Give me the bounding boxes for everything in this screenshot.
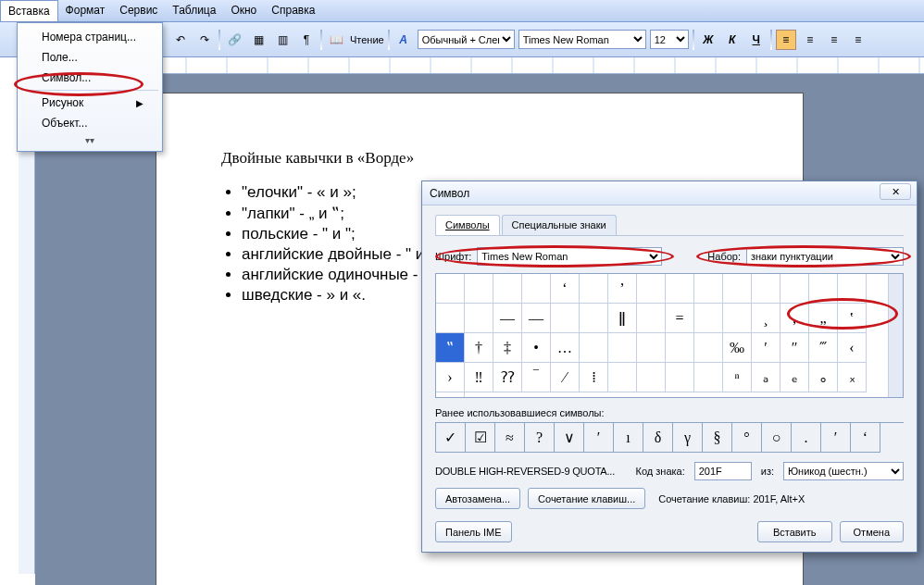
symbol-cell[interactable]: …: [551, 333, 580, 363]
recent-cell[interactable]: ‘: [851, 423, 880, 453]
symbol-cell[interactable]: [551, 304, 580, 333]
dd-field[interactable]: Поле...: [18, 47, 162, 68]
recent-cell[interactable]: §: [703, 423, 732, 453]
symbol-cell[interactable]: [809, 274, 838, 304]
italic-button[interactable]: К: [722, 30, 743, 50]
ime-button[interactable]: Панель IME: [435, 521, 512, 542]
close-button[interactable]: ✕: [880, 183, 911, 200]
tab-special[interactable]: Специальные знаки: [502, 215, 617, 235]
symbol-cell[interactable]: ₓ: [838, 363, 867, 392]
symbol-cell[interactable]: [694, 304, 723, 333]
recent-cell[interactable]: .: [792, 423, 821, 453]
reading-icon[interactable]: 📖: [326, 30, 346, 50]
symbol-cell[interactable]: [436, 304, 465, 333]
symbol-cell[interactable]: „: [809, 304, 838, 333]
align-left-icon[interactable]: ≡: [776, 30, 796, 50]
recent-cell[interactable]: °: [732, 423, 762, 453]
recent-cell[interactable]: ✓: [436, 423, 466, 453]
symbol-cell[interactable]: †: [465, 333, 493, 363]
symbol-cell[interactable]: ⁄: [551, 363, 580, 392]
recent-cell[interactable]: δ: [643, 423, 673, 453]
recent-cell[interactable]: ○: [762, 423, 792, 453]
symbol-cell[interactable]: ″: [780, 333, 809, 363]
symbol-cell[interactable]: ⁞: [580, 363, 608, 392]
symbol-cell[interactable]: [465, 274, 493, 304]
from-select[interactable]: Юникод (шестн.): [783, 462, 904, 480]
menu-service[interactable]: Сервис: [112, 0, 165, 21]
symbol-cell[interactable]: [838, 274, 867, 304]
code-input[interactable]: [694, 462, 752, 480]
symbol-cell[interactable]: [637, 333, 666, 363]
dd-page-numbers[interactable]: Номера страниц...: [18, 27, 162, 47]
align-center-icon[interactable]: ≡: [800, 30, 820, 50]
symbol-cell[interactable]: ’: [608, 274, 637, 304]
link-icon[interactable]: 🔗: [224, 30, 244, 50]
symbol-cell[interactable]: [723, 274, 752, 304]
menu-insert[interactable]: Вставка: [0, 0, 58, 21]
symbol-cell[interactable]: [465, 304, 493, 333]
symbol-cell[interactable]: ₒ: [809, 363, 838, 392]
symbol-cell[interactable]: [637, 363, 666, 392]
dd-expand[interactable]: ▾▾: [18, 133, 162, 147]
symbol-cell[interactable]: [436, 392, 465, 398]
symbol-cell[interactable]: ‰: [723, 333, 752, 363]
symbol-cell[interactable]: ‡: [493, 333, 522, 363]
symbol-cell[interactable]: ‹: [838, 333, 867, 363]
align-justify-icon[interactable]: ≡: [848, 30, 868, 50]
symbol-cell[interactable]: ‟: [436, 333, 465, 363]
dd-picture[interactable]: Рисунок▶: [18, 93, 162, 113]
symbol-cell[interactable]: •: [522, 333, 551, 363]
symbol-cell[interactable]: [666, 274, 694, 304]
recent-cell[interactable]: γ: [673, 423, 703, 453]
symbol-cell[interactable]: =: [666, 304, 694, 333]
symbol-cell[interactable]: —: [493, 304, 522, 333]
recent-cell[interactable]: ı: [614, 423, 643, 453]
font-color-preview-icon[interactable]: A: [393, 30, 414, 50]
symbol-cell[interactable]: ‴: [809, 333, 838, 363]
menu-help[interactable]: Справка: [264, 0, 322, 21]
recent-cell[interactable]: ☑: [466, 423, 495, 453]
symbol-cell[interactable]: [694, 333, 723, 363]
recent-cell[interactable]: ≈: [495, 423, 525, 453]
symbol-cell[interactable]: [580, 304, 608, 333]
symbol-cell[interactable]: ‚: [780, 304, 809, 333]
autocorrect-button[interactable]: Автозамена...: [435, 488, 520, 509]
recent-cell[interactable]: ∨: [555, 423, 584, 453]
symbol-cell[interactable]: [723, 304, 752, 333]
symbol-cell[interactable]: ₐ: [752, 363, 780, 392]
underline-button[interactable]: Ч: [746, 30, 767, 50]
bold-button[interactable]: Ж: [698, 30, 718, 50]
dd-symbol[interactable]: Символ...: [18, 68, 162, 88]
symbol-cell[interactable]: ›: [436, 363, 465, 392]
symbol-cell[interactable]: [580, 333, 608, 363]
shortcut-button[interactable]: Сочетание клавиш...: [528, 488, 645, 509]
cancel-button[interactable]: Отмена: [840, 521, 904, 542]
symbol-cell[interactable]: [608, 363, 637, 392]
symbol-cell[interactable]: [666, 363, 694, 392]
dd-object[interactable]: Объект...: [18, 113, 162, 133]
insert-button[interactable]: Вставить: [757, 521, 832, 542]
style-select[interactable]: Обычный + Слева: [418, 30, 515, 49]
recent-cell[interactable]: ′: [821, 423, 851, 453]
font-select[interactable]: Times New Roman: [518, 30, 646, 49]
grid-scrollbar[interactable]: [888, 274, 903, 397]
dlg-font-select[interactable]: Times New Roman: [477, 247, 662, 266]
menu-table[interactable]: Таблица: [165, 0, 223, 21]
symbol-cell[interactable]: [493, 274, 522, 304]
fontsize-select[interactable]: 12: [650, 30, 689, 49]
recent-cell[interactable]: ?: [525, 423, 555, 453]
symbol-cell[interactable]: [637, 274, 666, 304]
symbol-cell[interactable]: [780, 274, 809, 304]
redo-icon[interactable]: ↷: [194, 30, 215, 50]
symbol-cell[interactable]: [436, 274, 465, 304]
show-marks-icon[interactable]: ¶: [296, 30, 317, 50]
symbol-cell[interactable]: [694, 274, 723, 304]
symbol-cell[interactable]: [522, 274, 551, 304]
symbol-cell[interactable]: [608, 333, 637, 363]
menu-window[interactable]: Окно: [223, 0, 264, 21]
symbol-cell[interactable]: [752, 274, 780, 304]
undo-icon[interactable]: ↶: [170, 30, 191, 50]
symbol-cell[interactable]: ₑ: [780, 363, 809, 392]
symbol-cell[interactable]: [694, 363, 723, 392]
symbol-cell[interactable]: [580, 274, 608, 304]
